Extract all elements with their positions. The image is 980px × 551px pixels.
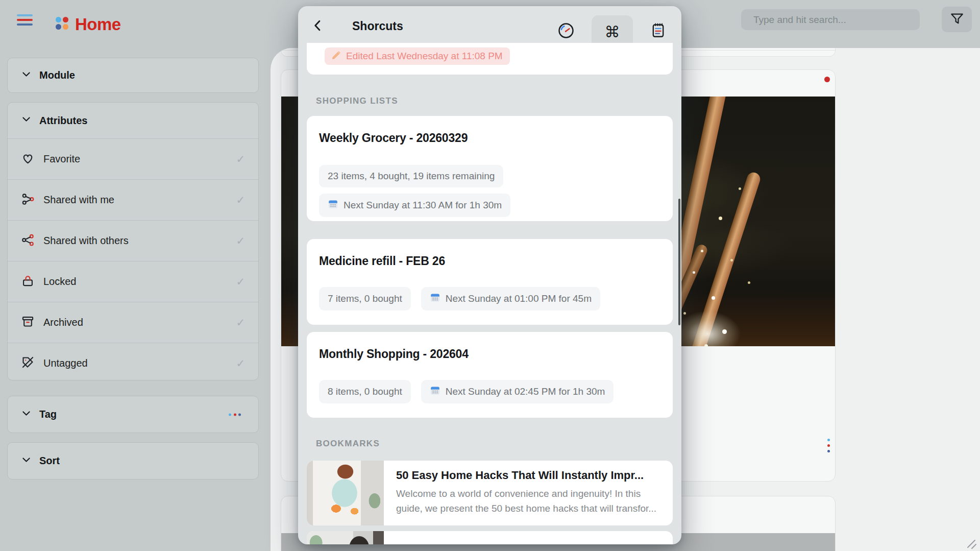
modal-title: Shorcuts [352, 18, 403, 34]
pencil-icon [332, 50, 341, 62]
more-options-icon[interactable] [229, 413, 241, 416]
calendar-icon [430, 385, 440, 398]
list-title: Weekly Grocery - 20260329 [319, 131, 468, 145]
sidebar-item-untagged[interactable]: Untagged ✓ [8, 343, 258, 384]
screen: Home Module Attributes Favorite ✓ [0, 0, 980, 551]
gauge-button[interactable] [557, 22, 575, 39]
items-summary-badge: 8 items, 0 bought [319, 380, 411, 403]
edited-banner: Edited Last Wednesday at 11:08 PM [325, 47, 510, 65]
calendar-icon [328, 199, 338, 212]
list-title: Monthly Shopping - 202604 [319, 347, 469, 361]
lock-icon [21, 274, 35, 290]
sidebar-item-label: Archived [43, 317, 83, 328]
schedule-badge: Next Sunday at 11:30 AM for 1h 30m [319, 194, 510, 217]
bookmark-thumbnail [307, 461, 384, 525]
sidebar-item-label: Locked [43, 276, 77, 288]
checkmark-icon: ✓ [236, 357, 245, 370]
shopping-lists-heading: SHOPPING LISTS [316, 96, 398, 106]
module-section[interactable]: Module [7, 58, 259, 93]
sidebar-item-archived[interactable]: Archived ✓ [8, 302, 258, 343]
back-button[interactable] [310, 18, 326, 34]
hamburger-menu-icon[interactable] [17, 14, 33, 27]
bookmark-card[interactable] [307, 531, 673, 544]
search-input[interactable] [741, 9, 920, 30]
resize-grip-icon[interactable] [962, 534, 977, 549]
notification-dot [824, 77, 830, 82]
bookmark-thumbnail [307, 531, 384, 544]
bookmark-title: 50 Easy Home Hacks That Will Instantly I… [396, 469, 665, 482]
chevron-down-icon [21, 114, 32, 127]
notes-button[interactable] [650, 22, 666, 38]
untagged-icon [21, 355, 35, 371]
speedometer-icon [557, 33, 575, 41]
shared-with-me-icon [21, 192, 35, 208]
scrollbar-thumb[interactable] [678, 199, 680, 325]
checkmark-icon: ✓ [236, 194, 245, 206]
chevron-left-icon [311, 27, 325, 34]
bookmark-card[interactable]: 50 Easy Home Hacks That Will Instantly I… [307, 461, 673, 525]
items-summary-badge: 7 items, 0 bought [319, 287, 411, 310]
sort-label: Sort [39, 455, 60, 467]
sidebar-item-label: Untagged [43, 357, 88, 369]
sidebar-item-locked[interactable]: Locked ✓ [8, 261, 258, 302]
edited-banner-text: Edited Last Wednesday at 11:08 PM [346, 51, 503, 62]
bookmark-description: Welcome to a world of convenience and in… [396, 486, 665, 516]
schedule-badge: Next Sunday at 02:45 PM for 1h 30m [421, 380, 614, 403]
attributes-section: Attributes Favorite ✓ Shared with me ✓ S… [7, 102, 259, 380]
filter-button[interactable] [942, 7, 972, 32]
tag-label: Tag [39, 409, 57, 420]
funnel-icon [949, 11, 965, 29]
shortcuts-modal: Shorcuts ⌘ Edited Last Wednesday at 11:0… [298, 6, 681, 544]
shopping-list-card[interactable]: Medicine refill - FEB 26 7 items, 0 boug… [307, 239, 673, 325]
checkmark-icon: ✓ [236, 235, 245, 247]
sidebar-item-label: Favorite [43, 153, 80, 165]
checkmark-icon: ✓ [236, 317, 245, 329]
chevron-down-icon [21, 408, 32, 421]
heart-icon [21, 151, 35, 167]
page-title: Home [75, 15, 121, 34]
checkmark-icon: ✓ [236, 276, 245, 288]
sidebar-item-label: Shared with me [43, 194, 114, 206]
sidebar-item-favorite[interactable]: Favorite ✓ [8, 138, 258, 179]
command-icon: ⌘ [605, 23, 620, 41]
calendar-icon [430, 292, 440, 305]
attributes-label: Attributes [39, 115, 87, 127]
edited-status-card: Edited Last Wednesday at 11:08 PM [307, 43, 673, 75]
tag-section[interactable]: Tag [7, 396, 259, 433]
sidebar-item-shared-with-others[interactable]: Shared with others ✓ [8, 220, 258, 261]
app-logo [56, 17, 68, 30]
attributes-header[interactable]: Attributes [8, 103, 258, 138]
sidebar-item-label: Shared with others [43, 235, 129, 247]
sort-section[interactable]: Sort [7, 442, 259, 480]
sidebar-item-shared-with-me[interactable]: Shared with me ✓ [8, 179, 258, 220]
chevron-down-icon [21, 69, 32, 82]
kebab-menu-icon[interactable] [827, 439, 830, 452]
module-label: Module [39, 69, 75, 81]
shopping-list-card[interactable]: Weekly Grocery - 20260329 23 items, 4 bo… [307, 116, 673, 221]
bookmarks-heading: BOOKMARKS [316, 439, 380, 449]
shared-with-others-icon [21, 233, 35, 249]
list-title: Medicine refill - FEB 26 [319, 254, 445, 268]
items-summary-badge: 23 items, 4 bought, 19 items remaining [319, 165, 503, 187]
chevron-down-icon [21, 454, 32, 468]
archive-icon [21, 315, 35, 330]
checkmark-icon: ✓ [236, 153, 245, 165]
clipboard-icon [650, 32, 666, 40]
shopping-list-card[interactable]: Monthly Shopping - 202604 8 items, 0 bou… [307, 332, 673, 418]
schedule-badge: Next Sunday at 01:00 PM for 45m [421, 287, 600, 310]
